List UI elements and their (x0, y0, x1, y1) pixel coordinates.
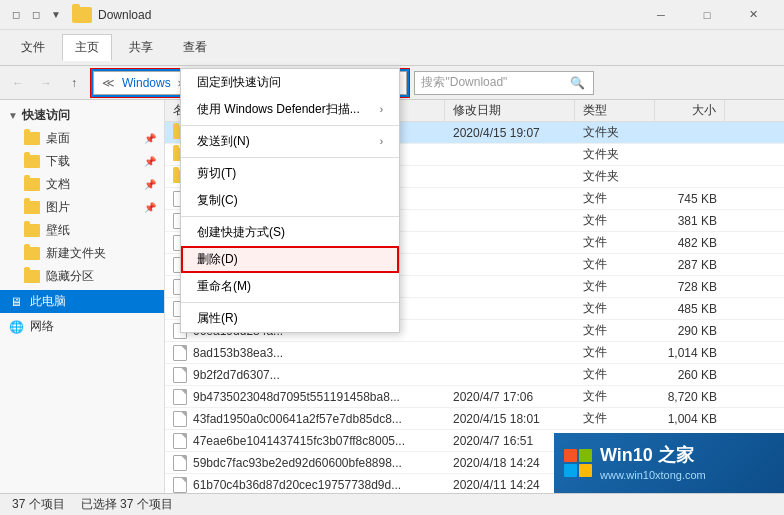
file-date-cell (445, 342, 575, 363)
search-icon: 🔍 (567, 73, 587, 93)
col-size-label: 大小 (692, 102, 716, 119)
file-type-cell: 文件 (575, 364, 655, 385)
context-menu-item[interactable]: 使用 Windows Defender扫描...› (181, 96, 399, 123)
sidebar-item-pictures[interactable]: 图片 📌 (0, 196, 164, 219)
context-menu-item-label: 创建快捷方式(S) (197, 224, 285, 241)
pin-icon: 📌 (144, 179, 156, 190)
selected-count: 已选择 37 个项目 (81, 496, 173, 513)
table-row[interactable]: 43fad1950a0c00641a2f57e7db85dc8... 2020/… (165, 408, 784, 430)
file-type-cell: 文件 (575, 320, 655, 341)
context-menu-item[interactable]: 创建快捷方式(S) (181, 219, 399, 246)
file-date-cell (445, 276, 575, 297)
context-menu-item[interactable]: 剪切(T) (181, 160, 399, 187)
ribbon-tab-share[interactable]: 共享 (116, 34, 166, 61)
sidebar-item-label: 壁纸 (46, 222, 70, 239)
back-button[interactable]: ← (6, 71, 30, 95)
submenu-arrow-icon: › (380, 136, 383, 147)
file-date-cell (445, 320, 575, 341)
sidebar-item-label: 图片 (46, 199, 70, 216)
title-bar-title: Download (98, 8, 638, 22)
file-name-cell: 47eae6be1041437415fc3b07ff8c8005... (165, 430, 445, 451)
context-menu-item[interactable]: 删除(D) (181, 246, 399, 273)
file-size-cell: 287 KB (655, 254, 725, 275)
col-date-label: 修改日期 (453, 102, 501, 119)
file-type-cell: 文件 (575, 254, 655, 275)
sidebar-item-download[interactable]: 下载 📌 (0, 150, 164, 173)
sidebar-section-label: 快速访问 (22, 107, 70, 124)
table-row[interactable]: 9b4735023048d7095t551191458ba8... 2020/4… (165, 386, 784, 408)
file-size-cell: 8,720 KB (655, 386, 725, 407)
sidebar-item-wallpaper[interactable]: 壁纸 (0, 219, 164, 242)
folder-icon (24, 270, 40, 284)
context-menu-separator (181, 302, 399, 303)
file-icon (173, 389, 187, 405)
breadcrumb-windows[interactable]: Windows (119, 75, 174, 91)
search-bar[interactable]: 搜索"Download" 🔍 (414, 71, 594, 95)
win-logo-tile-3 (564, 464, 577, 477)
file-size-cell (655, 144, 725, 165)
sidebar-item-desktop[interactable]: 桌面 📌 (0, 127, 164, 150)
ribbon: 文件 主页 共享 查看 (0, 30, 784, 66)
sidebar-section-quickaccess: ▼ 快速访问 桌面 📌 下载 📌 文档 📌 图片 📌 (0, 104, 164, 288)
context-menu-item-label: 固定到快速访问 (197, 74, 281, 91)
context-menu-item[interactable]: 重命名(M) (181, 273, 399, 300)
sidebar-item-thispc[interactable]: 🖥 此电脑 (0, 290, 164, 313)
file-date-cell (445, 364, 575, 385)
context-menu-item[interactable]: 属性(R) (181, 305, 399, 332)
sidebar-item-hidden[interactable]: 隐藏分区 (0, 265, 164, 288)
context-menu-item-label: 使用 Windows Defender扫描... (197, 101, 360, 118)
sidebar-header-quickaccess[interactable]: ▼ 快速访问 (0, 104, 164, 127)
context-menu-item-label: 重命名(M) (197, 278, 251, 295)
file-name: 9b2f2d7d6307... (193, 368, 280, 382)
file-type-cell: 文件 (575, 342, 655, 363)
file-type-cell: 文件夹 (575, 166, 655, 187)
sidebar-item-docs[interactable]: 文档 📌 (0, 173, 164, 196)
file-icon (173, 455, 187, 471)
pin-icon: 📌 (144, 133, 156, 144)
maximize-button[interactable]: □ (684, 0, 730, 30)
file-name: 43fad1950a0c00641a2f57e7db85dc8... (193, 412, 402, 426)
file-date-cell: 2020/4/7 17:06 (445, 386, 575, 407)
ribbon-tab-file[interactable]: 文件 (8, 34, 58, 61)
context-menu-item[interactable]: 复制(C) (181, 187, 399, 214)
file-size-cell: 381 KB (655, 210, 725, 231)
sidebar-item-label: 桌面 (46, 130, 70, 147)
context-menu-item[interactable]: 发送到(N)› (181, 128, 399, 155)
sidebar-item-newfolder[interactable]: 新建文件夹 (0, 242, 164, 265)
context-menu-item-label: 属性(R) (197, 310, 238, 327)
forward-button[interactable]: → (34, 71, 58, 95)
folder-icon (24, 201, 40, 215)
title-bar-quick-access: ◻ ◻ ▼ (8, 7, 64, 23)
sidebar-section-network: 🌐 网络 (0, 315, 164, 338)
sidebar-item-label: 下载 (46, 153, 70, 170)
file-size-cell: 290 KB (655, 320, 725, 341)
folder-icon (24, 247, 40, 261)
file-size-cell: 745 KB (655, 188, 725, 209)
file-size-cell: 260 KB (655, 364, 725, 385)
col-header-date[interactable]: 修改日期 (445, 100, 575, 121)
search-placeholder: 搜索"Download" (421, 74, 567, 91)
file-type-cell: 文件夹 (575, 122, 655, 143)
file-type-cell: 文件 (575, 276, 655, 297)
table-row[interactable]: 9b2f2d7d6307... 文件 260 KB (165, 364, 784, 386)
title-bar: ◻ ◻ ▼ Download ─ □ ✕ (0, 0, 784, 30)
file-icon (173, 433, 187, 449)
col-header-type[interactable]: 类型 (575, 100, 655, 121)
sidebar-item-label: 新建文件夹 (46, 245, 106, 262)
up-button[interactable]: ↑ (62, 71, 86, 95)
context-menu-item-label: 发送到(N) (197, 133, 250, 150)
ribbon-tab-home[interactable]: 主页 (62, 34, 112, 61)
context-menu-separator (181, 157, 399, 158)
sidebar-item-network[interactable]: 🌐 网络 (0, 315, 164, 338)
minimize-button[interactable]: ─ (638, 0, 684, 30)
close-button[interactable]: ✕ (730, 0, 776, 30)
folder-icon (24, 155, 40, 169)
col-header-size[interactable]: 大小 (655, 100, 725, 121)
file-name: 61b70c4b36d87d20cec19757738d9d... (193, 478, 401, 492)
file-name-cell: 59bdc7fac93be2ed92d60600bfe8898... (165, 452, 445, 473)
file-name: 59bdc7fac93be2ed92d60600bfe8898... (193, 456, 402, 470)
context-menu-item[interactable]: 固定到快速访问 (181, 69, 399, 96)
ribbon-tab-view[interactable]: 查看 (170, 34, 220, 61)
title-bar-icon-2: ◻ (28, 7, 44, 23)
table-row[interactable]: 8ad153b38ea3... 文件 1,014 KB (165, 342, 784, 364)
